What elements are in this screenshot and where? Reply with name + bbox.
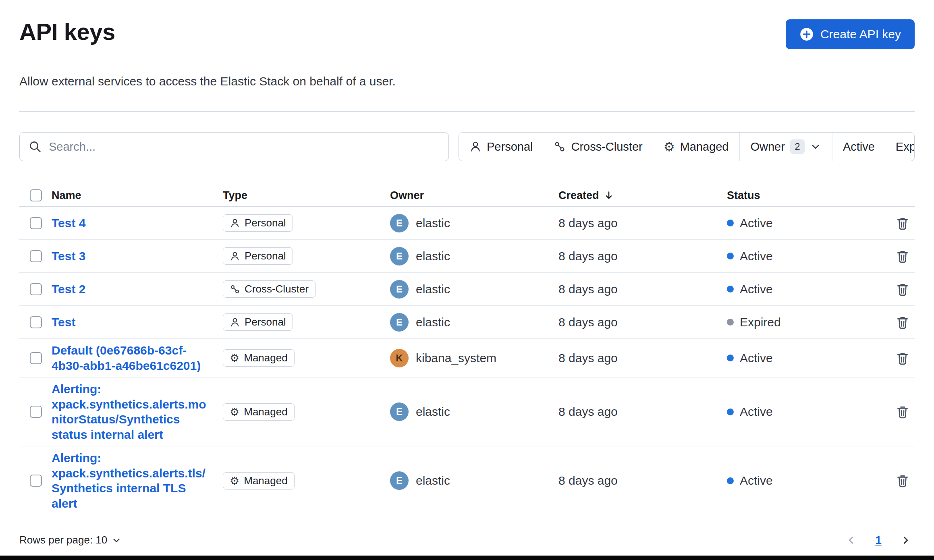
delete-button[interactable]	[892, 470, 913, 491]
status-label: Active	[740, 474, 773, 487]
actions-cell	[880, 401, 915, 422]
status-cell: Active	[727, 405, 880, 419]
row-select-cell	[19, 283, 52, 295]
person-icon	[469, 141, 482, 153]
owner-cell: K kibana_system	[390, 349, 558, 367]
status-cell: Active	[727, 216, 880, 230]
api-key-name-link[interactable]: Default (0e67686b-63cf-4b30-abb1-a46be61…	[52, 343, 212, 373]
column-header-owner[interactable]: Owner	[390, 189, 558, 202]
type-badge: ⚙ Managed	[223, 403, 295, 421]
owner-avatar: E	[390, 214, 409, 232]
create-api-key-button[interactable]: Create API key	[786, 19, 915, 49]
api-keys-table: Name Type Owner Created Status Test 4	[19, 185, 915, 515]
filter-active[interactable]: Active	[832, 133, 885, 161]
row-checkbox[interactable]	[30, 250, 42, 262]
table-row: Alerting: xpack.synthetics.alerts.monito…	[19, 377, 915, 446]
owner-name: elastic	[416, 315, 450, 329]
row-checkbox[interactable]	[30, 316, 42, 328]
actions-cell	[880, 470, 915, 491]
select-all-checkbox[interactable]	[30, 189, 42, 201]
name-cell: Test	[52, 315, 223, 330]
row-checkbox[interactable]	[30, 475, 42, 487]
search-icon	[29, 140, 42, 153]
table-header-row: Name Type Owner Created Status	[19, 185, 915, 207]
type-badge: ⚙ Managed	[223, 472, 295, 489]
person-icon	[230, 317, 240, 328]
status-dot-icon	[727, 355, 734, 361]
row-checkbox[interactable]	[30, 283, 42, 295]
row-select-cell	[19, 217, 52, 229]
api-key-name-link[interactable]: Alerting: xpack.synthetics.alerts.monito…	[52, 382, 212, 442]
api-key-name-link[interactable]: Test 2	[52, 282, 85, 297]
column-header-status[interactable]: Status	[727, 189, 880, 202]
table-row: Test ⚙ Personal E elastic 8 days ago Exp…	[19, 306, 915, 339]
delete-button[interactable]	[892, 348, 913, 369]
filter-owner[interactable]: Owner 2	[740, 133, 831, 161]
rows-per-page-button[interactable]: Rows per page: 10	[19, 531, 122, 550]
column-header-name[interactable]: Name	[52, 189, 223, 202]
row-select-cell	[19, 475, 52, 487]
delete-button[interactable]	[892, 312, 913, 333]
delete-button[interactable]	[892, 401, 913, 422]
row-checkbox[interactable]	[30, 217, 42, 229]
owner-name: elastic	[416, 216, 450, 230]
filter-group: Personal Cross-Cluster ⚙ Managed Owner 2	[459, 132, 915, 161]
gear-icon: ⚙	[230, 353, 239, 363]
search-box	[19, 132, 449, 161]
row-select-cell	[19, 406, 52, 418]
owner-cell: E elastic	[390, 471, 558, 490]
table-row: Test 4 ⚙ Personal E elastic 8 days ago A…	[19, 207, 915, 240]
owner-name: elastic	[416, 405, 450, 419]
status-cell: Active	[727, 249, 880, 263]
owner-cell: E elastic	[390, 280, 558, 299]
row-checkbox[interactable]	[30, 406, 42, 418]
controls-bar: Personal Cross-Cluster ⚙ Managed Owner 2	[19, 132, 915, 161]
delete-button[interactable]	[892, 279, 913, 300]
delete-button[interactable]	[892, 246, 913, 267]
table-body: Test 4 ⚙ Personal E elastic 8 days ago A…	[19, 207, 915, 515]
filter-personal[interactable]: Personal	[459, 133, 543, 161]
next-page-button[interactable]	[897, 531, 915, 549]
select-all-cell	[19, 189, 52, 201]
chevron-down-icon	[810, 141, 821, 152]
filter-cross-cluster[interactable]: Cross-Cluster	[543, 133, 653, 161]
owner-cell: E elastic	[390, 313, 558, 332]
column-header-type[interactable]: Type	[223, 189, 390, 202]
api-keys-page: API keys Create API key Allow external s…	[0, 0, 934, 550]
page-1-button[interactable]: 1	[870, 531, 887, 549]
api-key-name-link[interactable]: Alerting: xpack.synthetics.alerts.tls/Sy…	[52, 450, 212, 511]
name-cell: Alerting: xpack.synthetics.alerts.monito…	[52, 382, 223, 442]
status-label: Active	[740, 216, 773, 230]
search-input[interactable]	[49, 140, 440, 153]
column-header-created[interactable]: Created	[558, 189, 727, 202]
filter-personal-label: Personal	[487, 140, 533, 153]
name-cell: Default (0e67686b-63cf-4b30-abb1-a46be61…	[52, 343, 223, 373]
created-cell: 8 days ago	[558, 405, 727, 419]
api-key-name-link[interactable]: Test 3	[52, 249, 85, 264]
table-footer: Rows per page: 10 1	[19, 531, 915, 550]
type-badge: ⚙ Cross-Cluster	[223, 280, 315, 298]
status-dot-icon	[727, 220, 734, 226]
row-checkbox[interactable]	[30, 352, 42, 364]
status-cell: Active	[727, 282, 880, 296]
filter-expired[interactable]: Expired	[885, 133, 915, 161]
status-cell: Active	[727, 351, 880, 365]
actions-cell	[880, 279, 915, 300]
trash-icon	[895, 315, 910, 330]
created-cell: 8 days ago	[558, 249, 727, 263]
name-cell: Test 3	[52, 249, 223, 264]
pagination: 1	[842, 531, 915, 549]
filter-managed[interactable]: ⚙ Managed	[653, 133, 739, 161]
filter-managed-label: Managed	[680, 140, 729, 153]
delete-button[interactable]	[892, 213, 913, 234]
status-label: Active	[740, 249, 773, 263]
api-key-name-link[interactable]: Test 4	[52, 216, 85, 231]
previous-page-button[interactable]	[842, 531, 860, 549]
page-subtitle: Allow external services to access the El…	[19, 74, 915, 89]
plus-in-circle-icon	[799, 27, 814, 41]
type-label: Managed	[244, 475, 287, 487]
chevron-down-icon	[111, 535, 122, 545]
owner-avatar: E	[390, 313, 409, 332]
api-key-name-link[interactable]: Test	[52, 315, 75, 330]
page-header: API keys Create API key	[19, 18, 915, 49]
